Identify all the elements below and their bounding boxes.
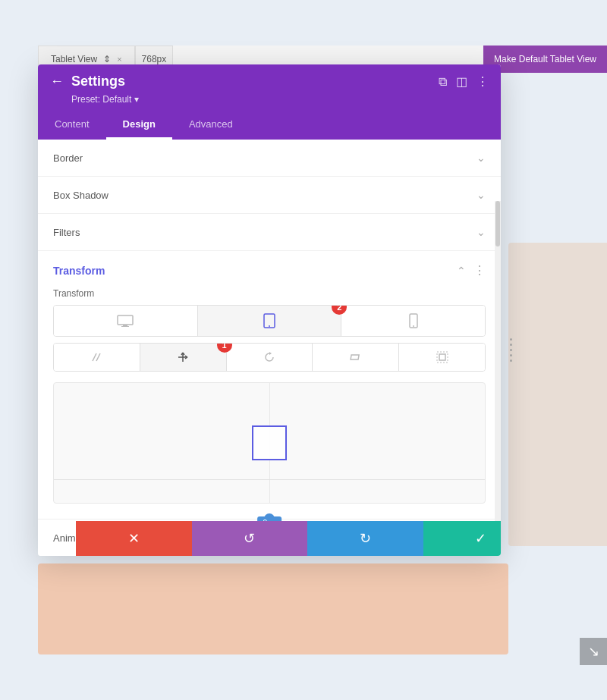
columns-icon[interactable]: ◫ bbox=[456, 74, 467, 89]
svg-rect-0 bbox=[118, 315, 133, 325]
border-chevron: ⌄ bbox=[476, 152, 486, 164]
tablet-view-label: Tablet View bbox=[51, 54, 97, 64]
cancel-button[interactable]: ✕ bbox=[76, 521, 192, 556]
tab-design[interactable]: Design bbox=[106, 111, 172, 140]
tab-close-icon[interactable]: × bbox=[117, 55, 121, 64]
transform-title: Transform bbox=[53, 265, 105, 277]
transform-sub-label: Transform bbox=[53, 288, 486, 299]
redo-button[interactable]: ↻ bbox=[307, 521, 423, 556]
make-default-button[interactable]: Make Default Tablet View bbox=[483, 46, 607, 73]
header-icons: ⧉ ◫ ⋮ bbox=[439, 74, 489, 89]
back-button[interactable]: ← bbox=[50, 74, 64, 89]
svg-line-7 bbox=[93, 353, 96, 361]
type-btn-rotate[interactable] bbox=[227, 344, 313, 371]
device-btn-desktop[interactable] bbox=[54, 306, 198, 336]
resize-arrow[interactable]: ↘ bbox=[580, 638, 607, 665]
device-btn-mobile[interactable] bbox=[341, 306, 485, 336]
px-value: 768px bbox=[142, 54, 167, 64]
confirm-button[interactable]: ✓ bbox=[423, 521, 502, 556]
svg-point-4 bbox=[269, 325, 270, 327]
panel-header: ← Settings ⧉ ◫ ⋮ Preset: Default ▾ bbox=[38, 64, 501, 111]
tab-advanced-label: Advanced bbox=[189, 118, 233, 130]
preset-selector[interactable]: Preset: Default ▾ bbox=[71, 94, 489, 105]
title-group: ← Settings bbox=[50, 74, 125, 89]
settings-panel: ← Settings ⧉ ◫ ⋮ Preset: Default ▾ Conte… bbox=[38, 64, 501, 556]
box-shadow-label: Box Shadow bbox=[53, 190, 109, 201]
svg-rect-1 bbox=[123, 325, 127, 326]
border-section[interactable]: Border ⌄ bbox=[38, 140, 501, 177]
transform-header-icons: ⌃ ⋮ bbox=[457, 263, 486, 278]
tab-content[interactable]: Content bbox=[38, 111, 106, 140]
make-default-label: Make Default Tablet View bbox=[494, 54, 596, 64]
type-btn-skew2[interactable] bbox=[313, 344, 399, 371]
more-options-icon[interactable]: ⋮ bbox=[476, 74, 489, 89]
arrow-icon: ↘ bbox=[588, 643, 599, 660]
svg-rect-2 bbox=[121, 326, 129, 327]
transform-canvas: 50px 3 0px bbox=[53, 382, 486, 504]
undo-icon: ↺ bbox=[244, 530, 255, 547]
panel-body: Border ⌄ Box Shadow ⌄ Filters ⌄ Transfor… bbox=[38, 140, 501, 556]
tab-design-label: Design bbox=[123, 118, 156, 130]
panel-tabs: Content Design Advanced bbox=[38, 111, 501, 140]
preset-chevron: ▾ bbox=[134, 94, 139, 105]
tab-content-label: Content bbox=[55, 118, 90, 130]
resize-handle[interactable] bbox=[509, 328, 512, 373]
type-btn-scale[interactable] bbox=[399, 344, 485, 371]
transform-type-buttons: 1 bbox=[53, 343, 486, 372]
transform-header: Transform ⌃ ⋮ bbox=[53, 263, 486, 278]
panel-scrollbar[interactable] bbox=[495, 201, 501, 521]
filters-section[interactable]: Filters ⌄ bbox=[38, 214, 501, 251]
svg-rect-16 bbox=[439, 354, 445, 360]
panel-title: Settings bbox=[71, 74, 125, 89]
undo-button[interactable]: ↺ bbox=[192, 521, 308, 556]
scrollbar-thumb[interactable] bbox=[495, 201, 500, 246]
svg-rect-15 bbox=[351, 355, 359, 359]
svg-point-6 bbox=[413, 325, 414, 327]
redo-icon: ↻ bbox=[360, 530, 371, 547]
bottom-toolbar: ✕ ↺ ↻ ✓ bbox=[76, 521, 501, 556]
expand-icon[interactable]: ⧉ bbox=[439, 75, 447, 89]
device-btn-tablet[interactable]: 2 bbox=[198, 306, 342, 336]
canvas-h-line bbox=[54, 479, 485, 480]
svg-rect-17 bbox=[437, 352, 448, 363]
bg-right-panel bbox=[508, 243, 607, 546]
tab-advanced[interactable]: Advanced bbox=[172, 111, 250, 140]
transform-box bbox=[252, 425, 287, 460]
type-btn-skew[interactable] bbox=[54, 344, 140, 371]
bg-bottom-element bbox=[38, 563, 508, 654]
svg-line-8 bbox=[96, 353, 100, 361]
type-btn-translate[interactable]: 1 bbox=[140, 344, 227, 371]
transform-more-icon[interactable]: ⋮ bbox=[473, 263, 486, 278]
box-shadow-chevron: ⌄ bbox=[476, 189, 486, 201]
panel-header-top: ← Settings ⧉ ◫ ⋮ bbox=[50, 74, 489, 89]
transform-section: Transform ⌃ ⋮ Transform bbox=[38, 251, 501, 520]
filters-label: Filters bbox=[53, 227, 80, 238]
box-shadow-section[interactable]: Box Shadow ⌄ bbox=[38, 177, 501, 214]
transform-collapse-icon[interactable]: ⌃ bbox=[457, 265, 466, 277]
border-label: Border bbox=[53, 152, 83, 164]
preset-label: Preset: Default bbox=[71, 94, 131, 105]
cancel-icon: ✕ bbox=[128, 530, 140, 547]
filters-chevron: ⌄ bbox=[476, 226, 486, 238]
tab-sort-icon[interactable]: ⇕ bbox=[103, 54, 111, 64]
device-buttons: 2 bbox=[53, 305, 486, 337]
confirm-icon: ✓ bbox=[475, 530, 486, 547]
